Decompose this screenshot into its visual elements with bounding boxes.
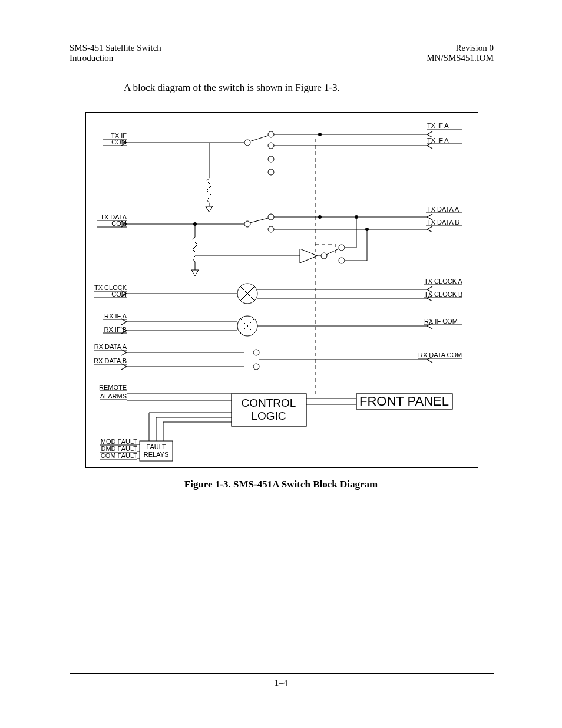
label-tx-clock-b: TX CLOCK B xyxy=(424,291,462,298)
svg-point-17 xyxy=(339,245,345,251)
label-dmd-fault: DMD FAULT xyxy=(101,445,137,452)
svg-point-13 xyxy=(268,226,274,232)
label-tx-clock-com2: COM xyxy=(111,291,127,298)
fault-relays-label1: FAULT xyxy=(146,443,166,450)
block-diagram: TX IF COM TX IF A TX IF A xyxy=(85,112,477,467)
switch-pivot xyxy=(244,140,250,146)
label-tx-data-com: COM xyxy=(111,220,127,227)
control-dash-branch xyxy=(315,245,336,256)
junction-dot xyxy=(318,133,322,136)
ground-icon xyxy=(206,206,213,212)
contact xyxy=(268,169,274,175)
label-mod-fault: MOD FAULT xyxy=(101,438,137,445)
header-product: SMS-451 Satellite Switch xyxy=(70,43,161,52)
footer-rule xyxy=(70,673,494,674)
label-rx-data-com: RX DATA COM xyxy=(418,351,462,358)
control-logic-label1: CONTROL xyxy=(242,397,296,409)
svg-point-24 xyxy=(318,215,322,219)
page-number: 1–4 xyxy=(0,678,562,688)
header-section: Introduction xyxy=(70,53,113,62)
label-rx-if-b: RX IF B xyxy=(104,326,127,333)
figure-caption: Figure 1-3. SMS-451A Switch Block Diagra… xyxy=(0,479,562,490)
page-header: SMS-451 Satellite Switch Introduction Re… xyxy=(70,43,494,63)
ground-icon xyxy=(191,270,199,276)
svg-point-55 xyxy=(253,350,259,355)
contact xyxy=(268,143,274,149)
label-tx-data-a: TX DATA A xyxy=(427,206,459,213)
label-rx-if-com: RX IF COM xyxy=(424,318,458,325)
header-docid: MN/SMS451.IOM xyxy=(427,53,494,62)
label-tx-data-b: TX DATA B xyxy=(427,219,459,226)
label-tx-if-a1: TX IF A xyxy=(427,122,449,129)
resistor-tx-if xyxy=(207,143,211,206)
fault-relays-label2: RELAYS xyxy=(144,451,169,458)
label-com-fault: COM FAULT xyxy=(101,452,137,459)
front-panel-label: FRONT PANEL xyxy=(359,394,449,409)
label-rx-if-a: RX IF A xyxy=(104,312,127,319)
label-rx-data-b: RX DATA B xyxy=(94,357,127,364)
document-page: SMS-451 Satellite Switch Introduction Re… xyxy=(0,0,562,728)
label-alarms: ALARMS xyxy=(100,393,127,400)
svg-point-56 xyxy=(253,364,259,370)
svg-point-33 xyxy=(365,228,369,231)
label-tx-if-a2: TX IF A xyxy=(427,137,449,144)
svg-line-15 xyxy=(250,218,268,223)
header-revision: Revision 0 xyxy=(455,43,494,52)
svg-point-18 xyxy=(339,258,345,263)
svg-line-21 xyxy=(326,249,339,255)
body-paragraph: A block diagram of the switch is shown i… xyxy=(124,82,340,94)
label-tx-if-com: COM xyxy=(111,139,127,146)
contact xyxy=(268,131,274,137)
control-logic-label2: LOGIC xyxy=(251,410,286,422)
svg-point-19 xyxy=(321,253,327,259)
label-tx-clock-a: TX CLOCK A xyxy=(424,278,462,285)
svg-point-32 xyxy=(355,215,358,219)
svg-point-14 xyxy=(244,221,250,227)
switch-wiper xyxy=(250,136,268,141)
label-rx-data-a: RX DATA A xyxy=(94,343,127,350)
contact xyxy=(268,156,274,162)
resistor-tx-data xyxy=(193,224,197,270)
label-remote: REMOTE xyxy=(99,384,127,391)
svg-point-12 xyxy=(268,214,274,220)
